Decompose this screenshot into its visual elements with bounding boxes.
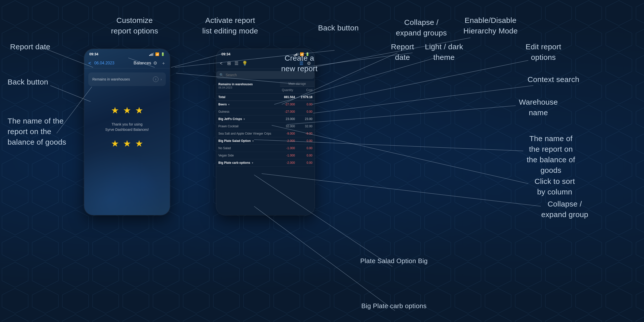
ann-context-search: Context search [518,74,589,85]
back-button-left[interactable]: < [88,60,91,66]
star-1[interactable]: ★ [111,105,119,116]
nav-title-left: Balances [134,61,151,66]
row-name: Beers▾ [216,101,280,108]
row-name: Vegan Side [216,152,280,159]
ann-plate-salad: Plate Salad Option Big [357,256,430,265]
row-cost: 0.00 [297,152,314,159]
star-2[interactable]: ★ [123,105,131,116]
ann-edit-report: Edit reportoptions [508,42,579,63]
info-icon[interactable]: i [153,76,158,82]
report-card-left[interactable]: Remains in warehouses i › [88,72,166,86]
row-cost: -9.00 [297,130,314,137]
left-nav-icons: ⚙ ＋ [153,60,166,66]
col-cost[interactable]: Cost [297,87,314,94]
row-cost: 0.00 [297,145,314,152]
row-quantity: 23.000 [280,115,297,123]
report-date: 06.04.2023 [218,86,278,89]
wifi-icon-left: 📶 [155,52,159,56]
row-cost: 1'079.18 [297,94,314,101]
nav-date-left: 06.04.2023 [94,61,132,65]
report-card-title: Remains in warehouses [92,77,130,81]
row-name: Guiness [216,108,280,115]
row-quantity: -27.000 [280,108,297,115]
ann-collapse-group: Collapse /expand group [528,199,601,220]
row-quantity: 881.564 [280,94,297,101]
left-nav-bar: < 06.04.2023 Balances ⚙ ＋ [84,58,170,68]
row-cost: 23.00 [297,115,314,123]
row-name: Big Jeff's Crisps▾ [216,115,280,123]
row-cost: 32.00 [297,123,314,130]
plus-icon-left[interactable]: ＋ [161,60,166,66]
back-button-right[interactable]: < [220,61,223,66]
star-3[interactable]: ★ [135,105,143,116]
svg-line-1 [171,54,221,67]
report-card-icons: i › [153,76,162,82]
grid-view-icon[interactable]: ⊞ [227,61,231,66]
svg-line-11 [312,60,528,104]
ann-carb-options: Big Plate carb options [357,301,430,310]
stars-row-1: ★ ★ ★ [111,105,143,116]
report-title: Remains in warehouses [218,83,278,86]
ann-light-dark: Light / darktheme [413,42,475,63]
signal-bars-left [149,52,154,56]
row-name: Sea Salt and Apple Cider Vineger Crips [216,130,280,137]
left-status-icons: 📶 🔋 [149,52,165,56]
gear-icon-left[interactable]: ⚙ [153,60,157,66]
svg-line-12 [313,86,533,113]
data-table-container: Remains in warehouses 06.04.2023 Main st… [216,81,314,215]
row-quantity: -1.000 [280,152,297,159]
left-phone: 09:34 📶 🔋 < 06.04.2023 Balances ⚙ ＋ [84,49,170,215]
right-phone-screen: 09:34 📶 🔋 < ⊞ ☰ 💡 ☰ ⚙ [216,49,314,215]
list-view-icon[interactable]: ☰ [234,61,238,66]
battery-icon-left: 🔋 [161,52,165,56]
left-status-bar: 09:34 📶 🔋 [84,49,170,58]
group-chevron-icon[interactable]: ▾ [228,103,229,106]
row-quantity: 32.000 [280,123,297,130]
chevron-right-icon: › [160,77,162,81]
phone-hex-overlay [84,140,170,215]
ann-create-new: Create anew report [264,53,335,74]
search-icon: 🔍 [219,73,224,77]
report-card-header: Remains in warehouses i › [92,76,162,82]
row-quantity: -1.000 [280,145,297,152]
row-name: Prawn Cocktail [216,123,280,130]
row-quantity: -2.000 [280,159,297,167]
col-quantity[interactable]: Quantity [280,87,297,94]
svg-line-13 [287,106,516,125]
right-status-time: 09:34 [221,52,230,56]
table-body: Total881.5641'079.18Beers▾-27.0000.00Gui… [216,94,314,167]
group-chevron-icon[interactable]: ▾ [244,118,245,120]
data-table: Remains in warehouses 06.04.2023 Main st… [216,81,314,167]
row-name: Total [216,94,280,101]
ann-activate-edit: Activate reportlist editing mode [181,15,279,36]
light-dark-icon[interactable]: 💡 [242,61,248,66]
right-phone: 09:34 📶 🔋 < ⊞ ☰ 💡 ☰ ⚙ [216,49,314,215]
ann-name-right: The name ofthe report onthe balance ofgo… [511,133,591,176]
row-name: No Salad [216,145,280,152]
ann-back-left: Back button [8,77,58,87]
ann-back-top: Back button [302,23,375,33]
row-cost: 0.00 [297,101,314,108]
ann-click-sort: Click to sortby column [518,176,591,197]
ann-name-left: The name of thereport on thebalance of g… [8,116,80,147]
group-chevron-icon[interactable]: ▾ [252,162,253,164]
row-name: Big Plate carb options▾ [216,159,280,167]
ann-warehouse-name: Warehousename [503,97,574,118]
row-cost: 0.00 [297,137,314,145]
ann-report-date-left: Report date [10,42,60,52]
group-chevron-icon[interactable]: ▾ [252,140,254,142]
row-name: Big Plate Salad Option▾ [216,137,280,145]
left-status-time: 09:34 [89,52,98,56]
ann-enable-disable: Enable/DisableHierarchy Mode [448,15,533,36]
ann-customize-report: Customizereport options [89,15,180,36]
row-quantity: -27.000 [280,101,297,108]
warehouse-name: Main storage [280,81,314,87]
row-quantity: -2.000 [280,137,297,145]
thank-you-text: Thank you for using Syrve Dashboard Bala… [105,122,149,132]
row-cost: 0.00 [297,108,314,115]
row-quantity: -9.000 [280,130,297,137]
row-cost: 0.00 [297,159,314,167]
